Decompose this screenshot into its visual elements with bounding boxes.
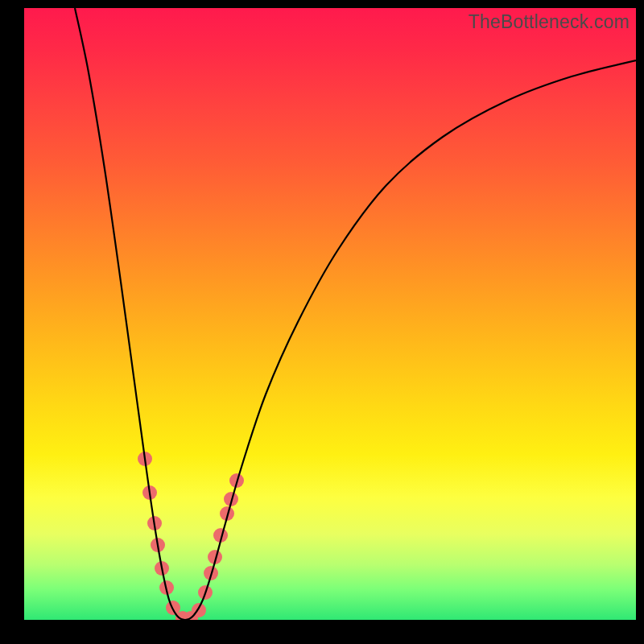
- plot-area: TheBottleneck.com: [24, 8, 636, 620]
- chart-frame: TheBottleneck.com: [0, 0, 644, 644]
- curve-svg: [24, 8, 636, 620]
- marker-beads-group: [138, 452, 244, 620]
